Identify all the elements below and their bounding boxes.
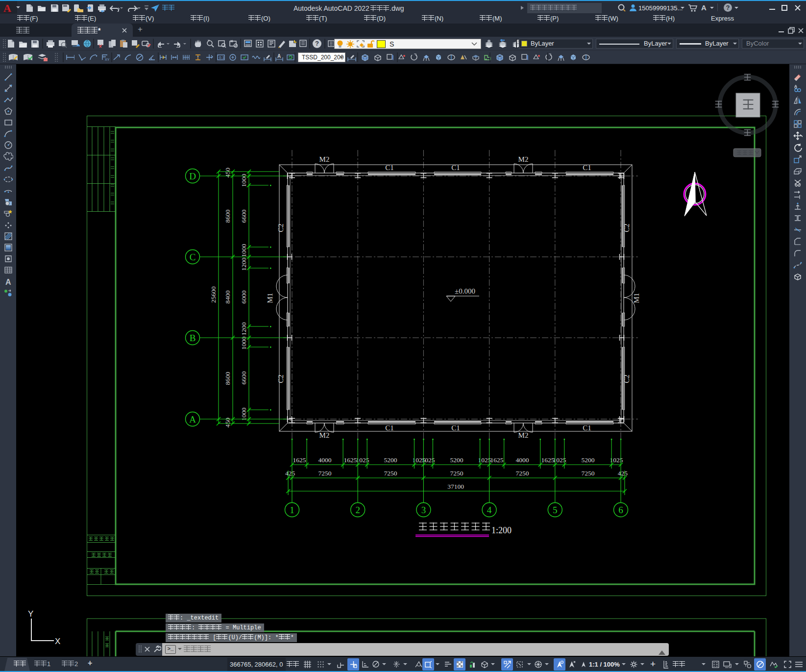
svg-text:7250: 7250 xyxy=(516,470,529,477)
svg-text:A: A xyxy=(277,53,281,59)
svg-text:M2: M2 xyxy=(518,431,529,439)
svg-text:1000: 1000 xyxy=(240,336,247,349)
svg-text:5: 5 xyxy=(553,505,558,515)
svg-text:1625: 1625 xyxy=(490,456,504,464)
svg-text:6000: 6000 xyxy=(240,290,247,303)
svg-text:C2: C2 xyxy=(277,374,285,383)
svg-text:C1: C1 xyxy=(583,164,591,172)
svg-text:5200: 5200 xyxy=(582,456,595,464)
svg-text:7250: 7250 xyxy=(384,470,397,477)
svg-text:C1: C1 xyxy=(385,424,394,432)
svg-text:7250: 7250 xyxy=(582,470,595,477)
svg-text:M2: M2 xyxy=(518,155,529,163)
svg-text:5200: 5200 xyxy=(450,456,464,464)
svg-text:1000: 1000 xyxy=(240,174,247,187)
svg-text:1000: 1000 xyxy=(240,407,247,421)
svg-text:3: 3 xyxy=(421,505,426,515)
svg-text:4000: 4000 xyxy=(318,456,332,464)
svg-text:A: A xyxy=(189,414,196,424)
svg-text:C2: C2 xyxy=(277,224,285,232)
svg-text:Y: Y xyxy=(28,609,33,619)
svg-text:±0.000: ±0.000 xyxy=(455,287,475,295)
svg-text:C1: C1 xyxy=(583,424,591,432)
svg-text:D: D xyxy=(189,171,196,181)
svg-text:A: A xyxy=(5,278,11,286)
svg-text:1200: 1200 xyxy=(240,257,247,271)
svg-text:7250: 7250 xyxy=(318,470,332,477)
svg-text:0.1: 0.1 xyxy=(219,55,225,60)
svg-text:M2: M2 xyxy=(319,431,330,439)
svg-text:C1: C1 xyxy=(385,164,394,172)
svg-text:M2: M2 xyxy=(319,155,330,163)
svg-text:1:200: 1:200 xyxy=(491,525,512,535)
svg-text:2: 2 xyxy=(355,505,360,515)
svg-text:M1: M1 xyxy=(266,293,274,303)
svg-text:M1: M1 xyxy=(633,293,640,303)
svg-text:XY: XY xyxy=(105,58,109,61)
svg-text:8600: 8600 xyxy=(224,209,231,223)
svg-text:25600: 25600 xyxy=(210,286,217,303)
svg-text:6600: 6600 xyxy=(240,371,247,384)
svg-text:8600: 8600 xyxy=(224,372,231,385)
svg-text:7250: 7250 xyxy=(450,470,464,477)
svg-text:425: 425 xyxy=(618,470,628,477)
svg-text:1025: 1025 xyxy=(610,456,623,464)
svg-text:6: 6 xyxy=(618,505,623,515)
svg-text:37100: 37100 xyxy=(447,483,464,490)
svg-text:B: B xyxy=(190,333,196,343)
svg-text:C: C xyxy=(190,252,196,262)
svg-text:C2: C2 xyxy=(623,374,631,383)
svg-text:8400: 8400 xyxy=(224,290,231,303)
svg-text:C1: C1 xyxy=(451,424,460,432)
svg-text:1: 1 xyxy=(290,505,294,515)
svg-text:1625: 1625 xyxy=(293,456,306,464)
svg-text:4: 4 xyxy=(487,505,492,515)
svg-text:425: 425 xyxy=(285,470,295,477)
svg-text:X: X xyxy=(55,637,60,646)
svg-text:1625: 1625 xyxy=(344,456,357,464)
svg-text:1000: 1000 xyxy=(240,244,247,257)
svg-text:1200: 1200 xyxy=(240,322,247,335)
svg-text:6600: 6600 xyxy=(240,209,247,223)
svg-text:4000: 4000 xyxy=(516,456,529,464)
svg-text:C2: C2 xyxy=(623,224,631,232)
svg-text:C1: C1 xyxy=(451,164,460,172)
svg-text:5200: 5200 xyxy=(384,456,397,464)
